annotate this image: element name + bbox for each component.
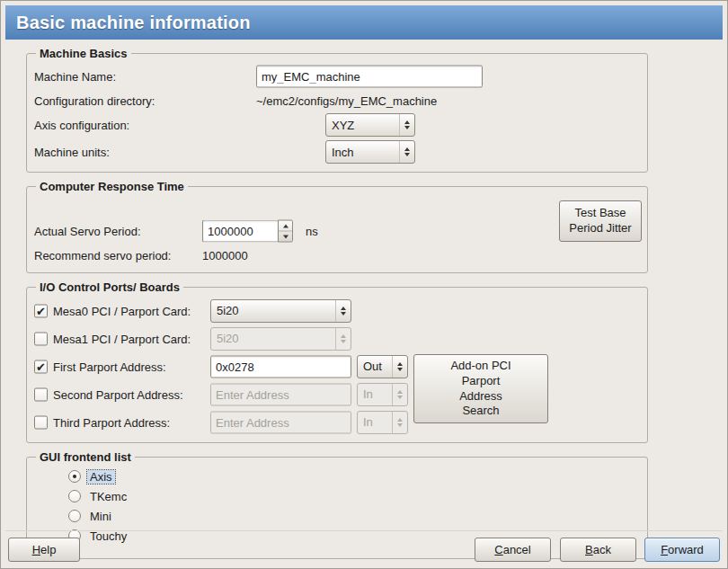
spin-down-icon[interactable]	[279, 232, 292, 242]
servo-period-label: Actual Servo Period:	[34, 225, 141, 238]
recommend-period-row: Recommend servo period: 1000000	[34, 244, 640, 266]
machine-units-row: Machine units: Inch	[34, 138, 640, 165]
parport1-label: First Parport Address:	[53, 360, 166, 373]
machine-units-select[interactable]: Inch	[325, 140, 415, 164]
config-dir-value: ~/emc2/configs/my_EMC_machine	[256, 94, 437, 108]
forward-button[interactable]: Forward	[644, 538, 720, 562]
axis-radio[interactable]	[68, 470, 81, 483]
action-separator	[5, 530, 723, 531]
axis-config-label: Axis configuration:	[34, 119, 129, 132]
servo-period-spinbox[interactable]	[202, 220, 293, 243]
chevron-updown-icon	[335, 328, 351, 350]
parport2-row: Second Parport Address: In	[34, 380, 640, 408]
back-label-rest: ack	[593, 543, 611, 556]
forward-mnemonic: F	[661, 543, 668, 556]
mini-radio[interactable]	[68, 510, 81, 522]
parport2-label: Second Parport Address:	[53, 387, 183, 401]
machine-basics-legend: Machine Basics	[36, 47, 131, 60]
addon-pci-search-button[interactable]: Add-on PCI Parport Address Search	[413, 354, 548, 423]
tkemc-radio[interactable]	[68, 490, 81, 502]
response-time-group: Computer Response Time Test Base Period …	[26, 180, 648, 273]
io-ports-group: I/O Control Ports/ Boards Mesa0 PCI / Pa…	[26, 280, 648, 443]
parport3-direction-value: In	[358, 415, 392, 429]
help-label-rest: elp	[40, 543, 56, 556]
gui-option-mini: Mini	[68, 506, 640, 526]
forward-label-rest: orward	[668, 543, 704, 556]
parport2-checkbox[interactable]	[34, 387, 48, 401]
mesa0-checkbox[interactable]	[34, 304, 48, 317]
parport2-address-input	[210, 383, 351, 405]
mesa0-label: Mesa0 PCI / Parport Card:	[53, 304, 191, 317]
machine-name-row: Machine Name:	[34, 63, 640, 90]
mesa1-row: Mesa1 PCI / Parport Card: 5i20	[34, 325, 640, 352]
config-dir-label: Configuration directory:	[34, 94, 155, 108]
chevron-updown-icon	[399, 141, 414, 163]
machine-units-value: Inch	[326, 146, 399, 159]
parport1-checkbox[interactable]	[34, 360, 48, 373]
page-title-bar: Basic machine information	[5, 5, 723, 40]
servo-period-row: Actual Servo Period: ns	[34, 218, 640, 244]
mesa0-row: Mesa0 PCI / Parport Card: 5i20	[34, 297, 640, 325]
spin-up-icon[interactable]	[279, 221, 292, 232]
config-dir-row: Configuration directory: ~/emc2/configs/…	[34, 90, 640, 111]
chevron-updown-icon	[399, 114, 414, 136]
parport1-direction-select[interactable]: Out	[357, 355, 408, 378]
spinner-buttons	[278, 220, 293, 243]
axis-config-row: Axis configuration: XYZ	[34, 111, 640, 138]
gui-option-tkemc: TKemc	[68, 486, 640, 506]
machine-name-label: Machine Name:	[34, 70, 116, 84]
gui-option-touchy: Touchy	[68, 526, 640, 546]
parport2-direction-value: In	[358, 387, 392, 401]
parport1-direction-value: Out	[358, 360, 392, 373]
help-mnemonic: H	[32, 543, 40, 556]
mesa1-card-select: 5i20	[210, 327, 351, 351]
parport3-address-input	[210, 411, 351, 433]
cancel-button[interactable]: Cancel	[475, 538, 551, 562]
tkemc-radio-label[interactable]: TKemc	[87, 490, 129, 503]
servo-period-units: ns	[306, 225, 318, 238]
chevron-updown-icon	[335, 300, 351, 322]
chevron-updown-icon	[392, 356, 407, 378]
gui-option-axis: Axis	[68, 467, 640, 486]
gui-frontend-legend: GUI frontend list	[36, 450, 135, 464]
cancel-label-rest: ancel	[503, 543, 531, 556]
parport1-address-input[interactable]	[210, 355, 351, 378]
axis-config-select[interactable]: XYZ	[325, 113, 415, 137]
response-time-legend: Computer Response Time	[36, 180, 188, 193]
machine-units-label: Machine units:	[34, 146, 110, 159]
parport3-label: Third Parport Address:	[53, 415, 170, 429]
parport3-direction-select: In	[357, 411, 408, 434]
back-button[interactable]: Back	[560, 538, 636, 562]
chevron-updown-icon	[392, 384, 407, 405]
machine-name-input[interactable]	[256, 66, 483, 88]
cancel-mnemonic: C	[494, 543, 502, 556]
parport3-row: Third Parport Address: In	[34, 408, 640, 436]
io-ports-legend: I/O Control Ports/ Boards	[36, 280, 183, 294]
parport1-row: First Parport Address: Out Add-on PCI Pa…	[34, 352, 640, 380]
back-mnemonic: B	[585, 543, 593, 556]
mini-radio-label[interactable]: Mini	[87, 510, 114, 523]
help-button[interactable]: Help	[8, 538, 80, 562]
wizard-window: Basic machine information Machine Basics…	[0, 0, 728, 569]
recommend-period-label: Recommend servo period:	[34, 249, 171, 262]
axis-config-value: XYZ	[326, 119, 399, 132]
axis-radio-label[interactable]: Axis	[87, 470, 115, 484]
machine-basics-group: Machine Basics Machine Name: Configurati…	[26, 47, 648, 173]
mesa1-label: Mesa1 PCI / Parport Card:	[53, 332, 191, 345]
recommend-period-value: 1000000	[202, 249, 248, 262]
mesa1-card-value: 5i20	[211, 332, 335, 345]
mesa1-checkbox[interactable]	[34, 332, 48, 345]
servo-period-input[interactable]	[202, 220, 278, 243]
mesa0-card-select[interactable]: 5i20	[210, 299, 351, 323]
parport3-checkbox[interactable]	[34, 415, 48, 429]
parport2-direction-select: In	[357, 383, 408, 406]
chevron-updown-icon	[392, 412, 407, 433]
page-title: Basic machine information	[16, 13, 251, 33]
mesa0-card-value: 5i20	[211, 304, 335, 317]
gui-frontend-group: GUI frontend list Axis TKemc Mini Touchy	[26, 450, 648, 559]
